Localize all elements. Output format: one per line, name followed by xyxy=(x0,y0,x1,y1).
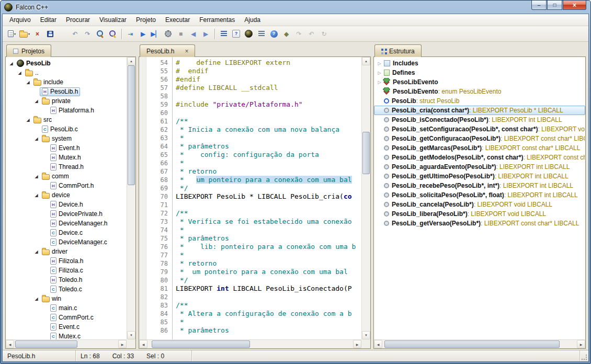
nav-back-button[interactable]: ◀ xyxy=(187,28,199,40)
close-tab-button[interactable]: × xyxy=(185,48,188,55)
run-button[interactable]: ▶ xyxy=(137,28,149,40)
structure-item-pesolib-getmodelos-pesolib-const-char[interactable]: PesoLib_getModelos(PesoLib*, const char*… xyxy=(374,153,585,162)
tree-item-private[interactable]: ◢private xyxy=(6,96,127,106)
expand-arrow-icon[interactable]: ◢ xyxy=(25,118,31,122)
menu-item-ferramentas[interactable]: Ferramentas xyxy=(195,15,240,25)
scroll-left-button[interactable]: ◀ xyxy=(139,340,147,348)
scroll-track[interactable] xyxy=(382,340,577,348)
expand-arrow-icon[interactable]: ◢ xyxy=(33,174,40,179)
help-contents-button[interactable]: ? xyxy=(230,28,242,40)
tree-item-system[interactable]: ◢system xyxy=(6,134,127,143)
menu-item-arquivo[interactable]: Arquivo xyxy=(5,15,36,25)
minimize-button[interactable]: – xyxy=(531,1,547,10)
editor-horizontal-scrollbar[interactable]: ◀ ▶ xyxy=(139,339,361,348)
title-bar[interactable]: Falcon C++ – □ × xyxy=(2,1,589,14)
resize-grip[interactable] xyxy=(580,353,588,361)
tree-item-main-c[interactable]: Cmain.c xyxy=(6,303,127,313)
scroll-track[interactable] xyxy=(362,65,370,331)
undo-button[interactable]: ↶ xyxy=(69,28,81,40)
tree-item-device-c[interactable]: CDevice.c xyxy=(6,228,127,237)
structure-item-pesolib-libera-pesolib[interactable]: PesoLib_libera(PesoLib*) : LIBEXPORT voi… xyxy=(374,209,585,219)
scroll-left-button[interactable]: ◀ xyxy=(6,340,14,348)
tree-item-driver[interactable]: ◢driver xyxy=(6,247,127,256)
scroll-down-button[interactable]: ▼ xyxy=(362,331,370,339)
structure-item-defines[interactable]: ▷Defines xyxy=(374,68,585,77)
new-file-button[interactable]: ▾ xyxy=(6,28,18,40)
structure-item-pesolibevento[interactable]: PesoLibEvento : enum PesoLibEvento xyxy=(374,87,585,96)
refresh-button[interactable]: ↻ xyxy=(318,28,330,40)
tab-estrutura[interactable]: Estrutura xyxy=(374,44,422,57)
scroll-thumb[interactable] xyxy=(15,340,77,348)
structure-item-pesolib-getmarcas-pesolib[interactable]: PesoLib_getMarcas(PesoLib*) : LIBEXPORT … xyxy=(374,143,585,153)
expand-arrow-icon[interactable]: ◢ xyxy=(33,249,40,254)
scroll-right-button[interactable]: ▶ xyxy=(577,340,585,348)
menu-item-editar[interactable]: Editar xyxy=(36,15,61,25)
run-to-end-button[interactable]: ▶▏ xyxy=(150,28,162,40)
compile-button[interactable]: ⇥ xyxy=(124,28,137,40)
expand-arrow-icon[interactable]: ◢ xyxy=(33,136,40,141)
tree-item-toledo-h[interactable]: HToledo.h xyxy=(6,275,127,285)
help-button[interactable]: ? xyxy=(268,28,280,40)
scroll-up-button[interactable]: ▲ xyxy=(362,57,370,65)
structure-item-pesolib[interactable]: PesoLib : struct PesoLib xyxy=(374,96,585,106)
tree-item-pesolib-h[interactable]: HPesoLib.h xyxy=(6,87,127,96)
editor-vertical-scrollbar[interactable]: ▲ ▼ xyxy=(361,57,370,339)
scroll-thumb[interactable] xyxy=(152,340,251,348)
menu-item-projeto[interactable]: Projeto xyxy=(131,15,161,25)
projects-vertical-scrollbar[interactable]: ▲ ▼ xyxy=(127,57,135,339)
scroll-track[interactable] xyxy=(14,340,118,348)
tree-item-win[interactable]: ◢win xyxy=(6,294,127,303)
structure-item-pesolib-cancela-pesolib[interactable]: PesoLib_cancela(PesoLib*) : LIBEXPORT vo… xyxy=(374,200,585,209)
menu-item-procurar[interactable]: Procurar xyxy=(61,15,95,25)
tree-item-filizola-c[interactable]: CFilizola.c xyxy=(6,266,127,275)
scroll-left-button[interactable]: ◀ xyxy=(374,340,382,348)
scroll-down-button[interactable]: ▼ xyxy=(127,331,135,339)
tree-item-filizola-h[interactable]: HFilizola.h xyxy=(6,256,127,266)
maximize-button[interactable]: □ xyxy=(547,1,562,10)
menu-item-ajuda[interactable]: Ajuda xyxy=(240,15,265,25)
find-button[interactable] xyxy=(94,28,106,40)
structure-item-pesolib-cria-const-char[interactable]: PesoLib_cria(const char*) : LIBEXPORT Pe… xyxy=(374,106,585,115)
scroll-track[interactable] xyxy=(127,65,135,331)
tab-pesolib-h[interactable]: PesoLib.h × xyxy=(140,44,195,57)
save-button[interactable] xyxy=(44,28,56,40)
tree-item-event-h[interactable]: HEvent.h xyxy=(6,143,127,153)
tree-item-deviceprivate-h[interactable]: HDevicePrivate.h xyxy=(6,209,127,219)
build-options-button[interactable] xyxy=(162,28,174,40)
tree-item-src[interactable]: ◢src xyxy=(6,115,127,124)
structure-horizontal-scrollbar[interactable]: ◀ ▶ xyxy=(374,339,585,348)
tree-item-toledo-c[interactable]: CToledo.c xyxy=(6,285,127,294)
tree-item-device-h[interactable]: HDevice.h xyxy=(6,200,127,209)
structure-item-pesolib-getultimopeso-pesolib[interactable]: PesoLib_getUltimoPeso(PesoLib*) : LIBEXP… xyxy=(374,172,585,181)
structure-item-pesolibevento[interactable]: ▷PesoLibEvento xyxy=(374,77,585,87)
open-file-button[interactable]: ▾ xyxy=(18,28,31,40)
tree-item-devicemanager-h[interactable]: HDeviceManager.h xyxy=(6,219,127,228)
tree-item-pesolib-c[interactable]: CPesoLib.c xyxy=(6,124,127,134)
tree-item-commport-h[interactable]: HCommPort.h xyxy=(6,181,127,190)
scroll-up-button[interactable]: ▲ xyxy=(127,57,135,65)
messages-button[interactable] xyxy=(255,28,267,40)
menu-item-visualizar[interactable]: Visualizar xyxy=(95,15,131,25)
refactor-back-button[interactable]: ↷ xyxy=(293,28,305,40)
projects-horizontal-scrollbar[interactable]: ◀ ▶ xyxy=(6,339,127,348)
scroll-right-button[interactable]: ▶ xyxy=(353,340,361,348)
redo-button[interactable]: ↷ xyxy=(82,28,94,40)
close-button[interactable]: × xyxy=(563,1,586,10)
menu-item-executar[interactable]: Executar xyxy=(161,15,195,25)
tree-item-plataforma-h[interactable]: HPlataforma.h xyxy=(6,106,127,115)
editor-code[interactable]: # define LIBEXPORT extern# endif#endif#d… xyxy=(173,57,361,339)
scroll-thumb[interactable] xyxy=(128,65,135,185)
close-file-button[interactable]: × xyxy=(31,28,43,40)
structure-item-pesolib-getconfiguracao-pesolib[interactable]: PesoLib_getConfiguracao(PesoLib*) : LIBE… xyxy=(374,134,585,143)
tree-item-mutex-c[interactable]: CMutex.c xyxy=(6,332,127,339)
falcon-home-button[interactable] xyxy=(243,28,255,40)
structure-item-pesolib-recebepeso-pesolib-int[interactable]: PesoLib_recebePeso(PesoLib*, int*) : LIB… xyxy=(374,181,585,190)
refactor-forward-button[interactable]: ↶ xyxy=(305,28,317,40)
scroll-track[interactable] xyxy=(147,340,353,348)
structure-item-includes[interactable]: ▷Includes xyxy=(374,59,585,68)
tree-item-commport-c[interactable]: CCommPort.c xyxy=(6,313,127,322)
structure-item-pesolib-setconfiguracao-pesolib-const-char[interactable]: PesoLib_setConfiguracao(PesoLib*, const … xyxy=(374,124,585,134)
replace-button[interactable] xyxy=(107,28,119,40)
expand-arrow-icon[interactable]: ◢ xyxy=(33,297,40,301)
tree-item-pesolib[interactable]: ◢PesoLib xyxy=(6,59,127,68)
